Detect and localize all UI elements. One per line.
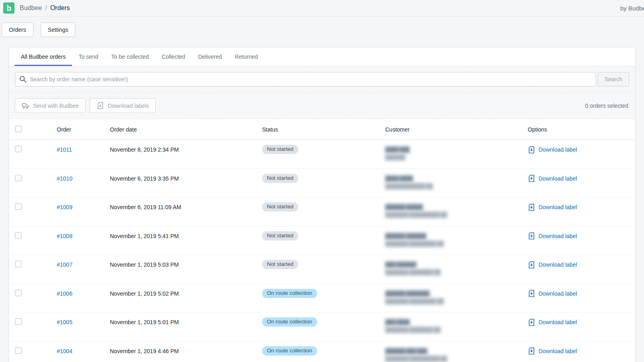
column-header-order: Order: [57, 126, 110, 133]
column-header-options: Options: [528, 126, 635, 133]
order-date: November 1, 2019 5:41 PM: [110, 232, 262, 240]
breadcrumb: Budbee / Orders: [20, 4, 70, 12]
order-link[interactable]: #1005: [57, 319, 72, 325]
download-label-icon: [528, 204, 535, 211]
table-row: #1007 November 1, 2019 5:03 PM Not start…: [9, 255, 635, 284]
top-bar: b Budbee / Orders by Budbee: [0, 0, 644, 16]
download-label-text: Download label: [539, 175, 577, 183]
customer-name-redacted: ████ ███: [385, 146, 528, 153]
row-checkbox[interactable]: [15, 175, 22, 181]
app-byline: by Budbee: [620, 5, 644, 12]
order-date: November 1, 2019 5:03 PM: [110, 261, 262, 269]
table-header-row: Order Order date Status Customer Options: [9, 119, 635, 140]
download-label-link[interactable]: Download label: [528, 347, 635, 355]
download-label-icon: [528, 146, 535, 154]
tab-delivered[interactable]: Delivered: [192, 47, 228, 66]
download-label-link[interactable]: Download label: [528, 146, 635, 154]
order-link[interactable]: #1007: [57, 261, 72, 268]
download-label-link[interactable]: Download label: [528, 175, 635, 183]
customer-address-redacted: ███████ █████████ ██: [385, 211, 528, 218]
status-badge: Not started: [262, 202, 298, 212]
selection-status: 0 orders selected: [585, 103, 629, 109]
tab-to-send[interactable]: To send: [72, 47, 105, 66]
table-row: #1005 November 1, 2019 5:01 PM On route …: [9, 313, 635, 341]
customer-address-redacted: ███████ ███████ ██: [385, 268, 528, 276]
download-labels-button[interactable]: Download labels: [90, 98, 156, 113]
tab-to-be-collected[interactable]: To be collected: [105, 47, 155, 66]
orders-card: All Budbee ordersTo sendTo be collectedC…: [8, 47, 636, 362]
nav-button-orders[interactable]: Orders: [2, 23, 33, 37]
customer-address-redacted: ███████ ███████ ██: [385, 326, 528, 333]
status-badge: On route collection: [262, 317, 317, 327]
row-checkbox[interactable]: [15, 203, 22, 210]
order-link[interactable]: #1010: [57, 175, 72, 182]
order-link[interactable]: #1008: [57, 233, 72, 239]
search-icon: [19, 75, 27, 83]
column-header-date: Order date: [110, 126, 262, 133]
download-label-icon: [528, 347, 535, 355]
column-header-customer: Customer: [385, 126, 528, 133]
download-label-link[interactable]: Download label: [528, 261, 635, 269]
nav-button-settings[interactable]: Settings: [41, 23, 76, 37]
table-body: #1011 November 8, 2019 2:34 PM Not start…: [9, 140, 635, 362]
search-input[interactable]: [15, 72, 596, 86]
download-labels-label: Download labels: [108, 103, 149, 109]
tab-returned[interactable]: Returned: [228, 47, 264, 66]
download-label-link[interactable]: Download label: [528, 290, 635, 298]
search-section: Search: [9, 66, 635, 93]
tab-collected[interactable]: Collected: [155, 47, 192, 66]
order-link[interactable]: #1009: [57, 204, 72, 210]
order-link[interactable]: #1006: [57, 290, 72, 297]
customer-name-redacted: ██████ ███ ███: [385, 347, 528, 355]
download-label-text: Download label: [539, 203, 577, 211]
download-label-icon: [528, 261, 535, 269]
table-row: #1009 November 6, 2019 11:09 AM Not star…: [9, 197, 635, 226]
customer-address-redacted: ██████: [385, 153, 528, 161]
download-label-text: Download label: [539, 146, 577, 154]
breadcrumb-app-link[interactable]: Budbee: [20, 4, 42, 12]
order-link[interactable]: #1011: [57, 146, 72, 153]
order-date: November 6, 2019 11:09 AM: [110, 203, 262, 211]
order-date: November 6, 2019 3:35 PM: [110, 175, 262, 183]
order-date: November 1, 2019 5:01 PM: [110, 318, 262, 326]
download-document-icon: [97, 102, 104, 109]
breadcrumb-current-page: Orders: [50, 4, 70, 12]
row-checkbox[interactable]: [15, 232, 22, 239]
table-row: #1008 November 1, 2019 5:41 PM Not start…: [9, 226, 635, 255]
download-label-text: Download label: [539, 232, 577, 240]
row-checkbox[interactable]: [15, 318, 22, 325]
customer-address-redacted: ███████ █████████ ██: [385, 355, 528, 362]
download-label-text: Download label: [539, 318, 577, 326]
customer-address-redacted: ███████ ████████ ██: [385, 297, 528, 305]
download-label-icon: [528, 232, 535, 240]
download-label-link[interactable]: Download label: [528, 232, 635, 240]
customer-name-redacted: ██████ ██████: [385, 232, 528, 240]
status-badge: Not started: [262, 145, 298, 154]
budbee-logo-icon: b: [3, 2, 14, 14]
row-checkbox[interactable]: [15, 146, 22, 152]
order-date: November 8, 2019 2:34 PM: [110, 146, 262, 154]
order-date: November 1, 2019 4:46 PM: [110, 347, 262, 355]
customer-name-redacted: ███ ████: [385, 318, 528, 326]
order-filter-tabs: All Budbee ordersTo sendTo be collectedC…: [9, 47, 635, 66]
status-badge: On route collection: [262, 289, 317, 298]
row-checkbox[interactable]: [15, 261, 22, 267]
search-box: [15, 72, 596, 86]
order-date: November 1, 2019 5:02 PM: [110, 290, 262, 298]
download-label-link[interactable]: Download label: [528, 318, 635, 326]
bulk-actions-section: Send with Budbee Download labels 0 order…: [9, 93, 635, 119]
tab-all-budbee-orders[interactable]: All Budbee orders: [14, 47, 72, 66]
download-label-link[interactable]: Download label: [528, 203, 635, 211]
table-row: #1004 November 1, 2019 4:46 PM On route …: [9, 341, 635, 362]
app-nav: OrdersSettings: [0, 16, 644, 37]
select-all-checkbox[interactable]: [15, 125, 22, 132]
search-button[interactable]: Search: [598, 72, 629, 86]
customer-name-redacted: ███ ██████: [385, 261, 528, 268]
send-with-budbee-label: Send with Budbee: [33, 103, 79, 109]
send-with-budbee-button[interactable]: Send with Budbee: [15, 98, 86, 113]
row-checkbox[interactable]: [15, 347, 22, 354]
order-link[interactable]: #1004: [57, 348, 72, 354]
row-checkbox[interactable]: [15, 290, 22, 296]
download-label-icon: [528, 290, 535, 297]
customer-name-redacted: ████ ████: [385, 175, 528, 182]
